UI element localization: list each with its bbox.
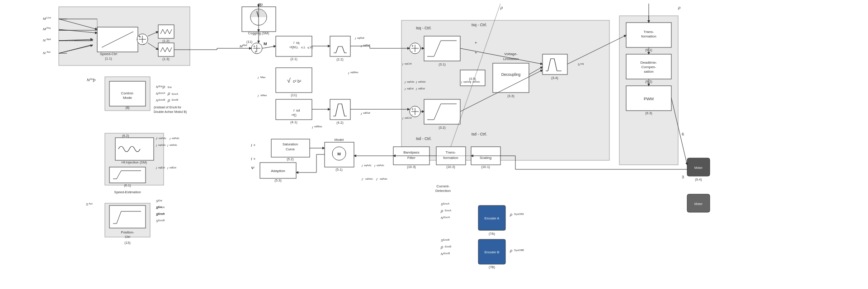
diagram-container: Speed-Ctrl (1.1) (1.2) (1.3) + - Cogging… xyxy=(0,0,868,289)
svg-text:sqCtrl: sqCtrl xyxy=(405,62,412,65)
svg-text:I: I xyxy=(402,117,403,120)
svg-text:√: √ xyxy=(287,77,291,84)
svg-text:I': I' xyxy=(376,178,378,181)
svg-text:Speed-Estimation: Speed-Estimation xyxy=(114,190,141,194)
svg-text:c²  b²: c² b² xyxy=(293,79,301,84)
svg-text:I: I xyxy=(312,126,313,130)
svg-text:M: M xyxy=(264,42,267,46)
diagram-svg: Speed-Ctrl (1.1) (1.2) (1.3) + - Cogging… xyxy=(0,0,868,289)
svg-text:Scaling: Scaling xyxy=(480,156,491,160)
svg-text:3: 3 xyxy=(682,175,684,179)
svg-text:M: M xyxy=(43,27,46,31)
svg-text:Adaption: Adaption xyxy=(271,169,285,173)
svg-text:Bandpass: Bandpass xyxy=(403,150,420,154)
svg-text:(1.1): (1.1) xyxy=(105,56,112,61)
svg-rect-37 xyxy=(424,36,460,61)
svg-text:I: I xyxy=(405,81,406,84)
svg-text:+: + xyxy=(253,44,255,49)
svg-text:Filter: Filter xyxy=(407,156,415,160)
svg-text:EncB: EncB xyxy=(172,98,178,101)
svg-text:6: 6 xyxy=(682,132,684,136)
svg-text:(11): (11) xyxy=(246,40,253,44)
svg-text:Ctrl: Ctrl xyxy=(125,235,130,239)
svg-text:I: I xyxy=(348,71,349,75)
svg-text:EncB: EncB xyxy=(158,219,165,222)
svg-text:(9.3): (9.3) xyxy=(645,111,652,115)
svg-text:Ψ: Ψ xyxy=(251,166,255,170)
svg-text:Position-: Position- xyxy=(121,230,134,234)
svg-text:I: I xyxy=(461,81,462,84)
svg-text:(9.4): (9.4) xyxy=(695,177,702,182)
svg-text:ρ: ρ xyxy=(440,245,443,249)
svg-text:I: I xyxy=(402,63,403,66)
svg-text:I: I xyxy=(374,164,375,168)
svg-text:EncB: EncB xyxy=(445,245,451,248)
svg-text:d: d xyxy=(301,46,302,49)
svg-rect-47 xyxy=(493,63,529,93)
svg-text:formation: formation xyxy=(443,156,458,160)
svg-text:(1.2): (1.2) xyxy=(162,39,170,43)
svg-text:Isd - Ctrl.: Isd - Ctrl. xyxy=(472,132,487,136)
svg-text:(5.1): (5.1) xyxy=(335,168,343,172)
svg-text:I: I xyxy=(470,81,471,84)
svg-text:Voltage-: Voltage- xyxy=(504,52,518,56)
svg-text:Lim: Lim xyxy=(47,16,51,19)
svg-text:Ref: Ref xyxy=(47,38,51,41)
svg-text:(10.1): (10.1) xyxy=(481,165,490,169)
svg-text:(instead of EncA for: (instead of EncA for xyxy=(154,106,182,109)
svg-text:-: - xyxy=(143,42,145,46)
svg-text:I: I xyxy=(362,164,363,168)
svg-text:sqAdc: sqAdc xyxy=(158,144,166,146)
svg-text:Isq - Ctrl.: Isq - Ctrl. xyxy=(416,26,431,30)
svg-text:(2.1): (2.1) xyxy=(290,57,297,61)
svg-text:Ref: Ref xyxy=(243,44,247,47)
svg-text:N: N xyxy=(43,51,46,55)
svg-text:(6.2): (6.2) xyxy=(122,134,129,138)
svg-text:sation: sation xyxy=(644,70,653,74)
svg-text:ρ: ρ xyxy=(500,5,503,10)
svg-text:M: M xyxy=(43,17,46,21)
svg-text:EncB: EncB xyxy=(159,98,165,101)
svg-text:ρ: ρ xyxy=(440,209,443,213)
svg-text:I: I xyxy=(258,76,259,79)
svg-text:(4.1): (4.1) xyxy=(290,120,297,124)
svg-text:sd: sd xyxy=(296,108,300,112)
svg-text:S: S xyxy=(86,203,88,206)
svg-text:+: + xyxy=(475,51,477,55)
svg-text:Speed-Ctrl: Speed-Ctrl xyxy=(100,52,117,56)
svg-text:(10.3): (10.3) xyxy=(407,165,416,169)
svg-text:sq: sq xyxy=(581,62,584,65)
svg-text:(6.1): (6.1) xyxy=(124,183,131,187)
svg-text:I: I xyxy=(170,137,170,140)
svg-text:(7A): (7A) xyxy=(489,232,495,236)
svg-text:sdAdc: sdAdc xyxy=(418,80,426,83)
svg-rect-67 xyxy=(330,99,350,120)
svg-text:(3.2): (3.2) xyxy=(439,126,446,130)
svg-text:Deadtime-: Deadtime- xyxy=(641,61,657,65)
svg-text:Curve: Curve xyxy=(286,147,295,151)
svg-text:sdAdc: sdAdc xyxy=(377,164,384,167)
svg-text:EncB: EncB xyxy=(443,252,450,255)
svg-text:,L: ,L xyxy=(303,46,306,49)
svg-text:Act: Act xyxy=(47,51,51,53)
svg-text:EncA: EncA xyxy=(158,212,165,215)
svg-line-155 xyxy=(262,46,276,48)
svg-text:EncA: EncA xyxy=(172,93,178,95)
svg-text:sdCtrl: sdCtrl xyxy=(405,117,412,119)
svg-text:sqMax: sqMax xyxy=(350,71,359,74)
svg-text:ρ: ρ xyxy=(260,2,263,7)
svg-text:Double Achse Modul B): Double Achse Modul B) xyxy=(154,110,187,114)
svg-text:(5.3): (5.3) xyxy=(274,178,282,182)
svg-text:Trans-: Trans- xyxy=(446,150,456,154)
svg-text:Act: Act xyxy=(89,202,93,205)
svg-text:sdMax: sdMax xyxy=(314,125,322,128)
svg-text:=f(): =f() xyxy=(291,113,297,117)
svg-text:(7B): (7B) xyxy=(489,265,495,269)
svg-text:sdEst: sdEst xyxy=(418,87,425,90)
svg-text:q: q xyxy=(254,157,255,160)
svg-text:sqEst: sqEst xyxy=(158,166,165,169)
svg-text:Isq - Ctrl.: Isq - Ctrl. xyxy=(472,23,487,27)
svg-text:EncA: EncA xyxy=(159,92,165,94)
svg-text:+: + xyxy=(411,44,414,48)
svg-text:Model: Model xyxy=(335,138,344,142)
